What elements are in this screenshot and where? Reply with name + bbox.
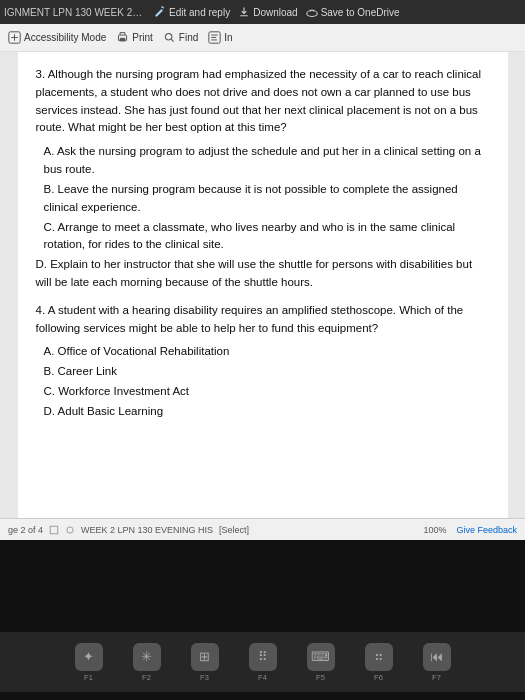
q4-option-c-letter: C. bbox=[44, 385, 59, 397]
edit-reply-button[interactable]: Edit and reply bbox=[154, 6, 230, 18]
f2-icon: ✳ bbox=[133, 643, 161, 671]
question-3-block: 3. Although the nursing program had emph… bbox=[36, 66, 490, 292]
f3-icon: ⊞ bbox=[191, 643, 219, 671]
taskbar: ✦ F1 ✳ F2 ⊞ F3 ⠿ F4 ⌨ F5 ⠶ F6 ⏮ F7 bbox=[0, 632, 525, 692]
question-4-option-a: A. Office of Vocational Rehabilitation bbox=[36, 343, 490, 361]
q4-option-b-text: Career Link bbox=[58, 365, 117, 377]
taskbar-item-f4[interactable]: ⠿ F4 bbox=[249, 643, 277, 682]
doc-title-status: WEEK 2 LPN 130 EVENING HIS bbox=[81, 525, 213, 535]
question-4-text: 4. A student with a hearing disability r… bbox=[36, 302, 490, 338]
option-a-letter: A. bbox=[44, 145, 57, 157]
svg-rect-6 bbox=[50, 526, 58, 534]
taskbar-item-f6[interactable]: ⠶ F6 bbox=[365, 643, 393, 682]
question-3-text: 3. Although the nursing program had emph… bbox=[36, 66, 490, 137]
download-button[interactable]: Download bbox=[238, 6, 297, 18]
f4-label: F4 bbox=[258, 673, 267, 682]
question-4-number: 4. bbox=[36, 304, 46, 316]
question-3-body: Although the nursing program had emphasi… bbox=[36, 68, 482, 133]
top-toolbar: IGNMENT LPN 130 WEEK 2 SUCCES... Edit an… bbox=[0, 0, 525, 24]
accessibility-mode-label: Accessibility Mode bbox=[24, 32, 106, 43]
question-4-block: 4. A student with a hearing disability r… bbox=[36, 302, 490, 421]
zoom-level: 100% bbox=[423, 525, 446, 535]
f5-icon: ⌨ bbox=[307, 643, 335, 671]
tab-label-status: [Select] bbox=[219, 525, 249, 535]
question-3-option-d: D. Explain to her instructor that she wi… bbox=[36, 256, 490, 292]
question-4-option-b: B. Career Link bbox=[36, 363, 490, 381]
f5-label: F5 bbox=[316, 673, 325, 682]
question-3-option-b: B. Leave the nursing program because it … bbox=[36, 181, 490, 217]
find-button[interactable]: Find bbox=[163, 31, 198, 44]
save-to-button[interactable]: Save to OneDrive bbox=[306, 6, 400, 18]
secondary-toolbar: Accessibility Mode Print Find In bbox=[0, 24, 525, 52]
save-to-label: Save to OneDrive bbox=[321, 7, 400, 18]
f2-label: F2 bbox=[142, 673, 151, 682]
option-a-text: Ask the nursing program to adjust the sc… bbox=[44, 145, 481, 175]
taskbar-item-f2[interactable]: ✳ F2 bbox=[133, 643, 161, 682]
question-4-option-d: D. Adult Basic Learning bbox=[36, 403, 490, 421]
status-left: ge 2 of 4 WEEK 2 LPN 130 EVENING HIS [Se… bbox=[8, 525, 249, 535]
download-label: Download bbox=[253, 7, 297, 18]
option-b-letter: B. bbox=[44, 183, 58, 195]
document-page: 3. Although the nursing program had emph… bbox=[18, 52, 508, 518]
page-info: ge 2 of 4 bbox=[8, 525, 43, 535]
taskbar-item-f5[interactable]: ⌨ F5 bbox=[307, 643, 335, 682]
taskbar-item-f7[interactable]: ⏮ F7 bbox=[423, 643, 451, 682]
f3-label: F3 bbox=[200, 673, 209, 682]
q4-option-d-text: Adult Basic Learning bbox=[58, 405, 163, 417]
svg-point-4 bbox=[165, 33, 172, 40]
f1-label: F1 bbox=[84, 673, 93, 682]
toolbar-actions: Edit and reply Download Save to OneDrive bbox=[154, 6, 400, 18]
q4-option-b-letter: B. bbox=[44, 365, 58, 377]
edit-reply-label: Edit and reply bbox=[169, 7, 230, 18]
status-bar: ge 2 of 4 WEEK 2 LPN 130 EVENING HIS [Se… bbox=[0, 518, 525, 540]
in-button[interactable]: In bbox=[208, 31, 232, 44]
f7-label: F7 bbox=[432, 673, 441, 682]
f7-icon: ⏮ bbox=[423, 643, 451, 671]
f4-icon: ⠿ bbox=[249, 643, 277, 671]
f6-label: F6 bbox=[374, 673, 383, 682]
question-4-body: A student with a hearing disability requ… bbox=[36, 304, 464, 334]
bottom-bezel: ✦ F1 ✳ F2 ⊞ F3 ⠿ F4 ⌨ F5 ⠶ F6 ⏮ F7 bbox=[0, 540, 525, 700]
accessibility-mode-button[interactable]: Accessibility Mode bbox=[8, 31, 106, 44]
option-b-text: Leave the nursing program because it is … bbox=[44, 183, 458, 213]
f6-icon: ⠶ bbox=[365, 643, 393, 671]
taskbar-item-f1[interactable]: ✦ F1 bbox=[75, 643, 103, 682]
print-label: Print bbox=[132, 32, 153, 43]
document-title: IGNMENT LPN 130 WEEK 2 SUCCES... bbox=[4, 7, 144, 18]
question-3-number: 3. bbox=[36, 68, 46, 80]
option-c-letter: C. bbox=[44, 221, 58, 233]
q4-option-a-text: Office of Vocational Rehabilitation bbox=[58, 345, 230, 357]
svg-rect-3 bbox=[120, 38, 125, 40]
document-area: 3. Although the nursing program had emph… bbox=[0, 52, 525, 518]
feedback-link[interactable]: Give Feedback bbox=[456, 525, 517, 535]
in-label: In bbox=[224, 32, 232, 43]
find-label: Find bbox=[179, 32, 198, 43]
question-3-option-c: C. Arrange to meet a classmate, who live… bbox=[36, 219, 490, 255]
print-button[interactable]: Print bbox=[116, 31, 153, 44]
status-icon2 bbox=[65, 525, 75, 535]
status-icon bbox=[49, 525, 59, 535]
q4-option-a-letter: A. bbox=[44, 345, 58, 357]
q4-option-d-letter: D. bbox=[44, 405, 58, 417]
option-d-text: Explain to her instructor that she will … bbox=[36, 258, 473, 288]
f1-icon: ✦ bbox=[75, 643, 103, 671]
svg-point-0 bbox=[306, 11, 317, 17]
option-d-letter: D. bbox=[36, 258, 51, 270]
status-right: 100% Give Feedback bbox=[423, 525, 517, 535]
svg-point-7 bbox=[67, 526, 73, 532]
q4-option-c-text: Workforce Investment Act bbox=[58, 385, 189, 397]
option-c-text: Arrange to meet a classmate, who lives n… bbox=[44, 221, 456, 251]
taskbar-item-f3[interactable]: ⊞ F3 bbox=[191, 643, 219, 682]
question-4-option-c: C. Workforce Investment Act bbox=[36, 383, 490, 401]
question-3-option-a: A. Ask the nursing program to adjust the… bbox=[36, 143, 490, 179]
